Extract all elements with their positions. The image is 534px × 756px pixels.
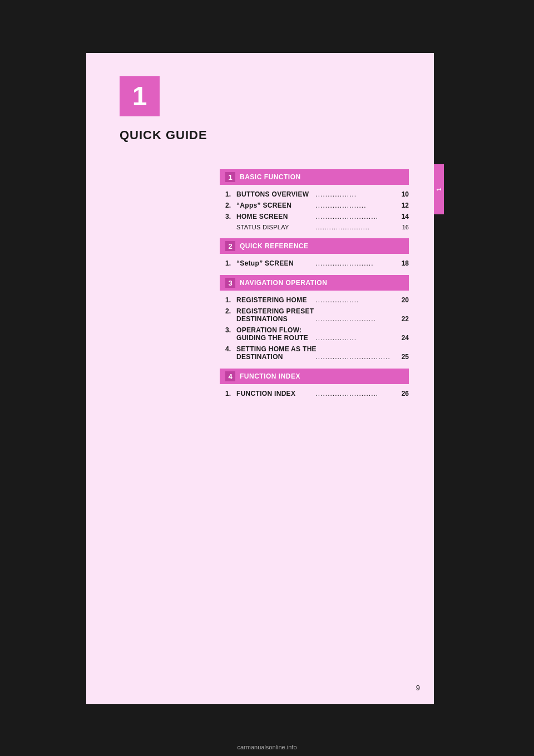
toc-item-1-3: 3. HOME SCREEN .........................… (220, 213, 409, 220)
toc-page: 20 (395, 296, 409, 304)
toc-item-1-2: 2. “Apps” SCREEN ..................... 1… (220, 202, 409, 209)
chapter-box: 1 (120, 76, 160, 116)
section-2-title: QUICK REFERENCE (240, 242, 309, 250)
page: 1 QUICK GUIDE 1 1 BASIC FUNCTION 1. BUTT… (86, 53, 434, 704)
section-3-number: 3 (225, 278, 235, 288)
section-4-number: 4 (225, 371, 235, 381)
toc-page: 25 (395, 353, 409, 361)
toc-dots: ..................... (315, 202, 395, 209)
page-number: 9 (416, 684, 420, 692)
toc-item-1-1: 1. BUTTONS OVERVIEW ................. 10 (220, 190, 409, 198)
toc-num: 4. (225, 345, 236, 353)
toc-item-3-2: 2. REGISTERING PRESET DESTINATIONS .....… (220, 307, 409, 323)
section-4-header: 4 FUNCTION INDEX (220, 369, 409, 384)
toc-text2: DESTINATIONS (236, 315, 315, 323)
right-tab-label: 1 (434, 164, 444, 214)
toc-item-4-1: 1. FUNCTION INDEX ......................… (220, 390, 409, 397)
toc-dots: ............................... (315, 353, 395, 361)
toc-page: 26 (395, 390, 409, 397)
toc-dots: ........................ (315, 224, 395, 230)
section-2-number: 2 (225, 241, 235, 251)
page-title: QUICK GUIDE (120, 128, 207, 143)
toc-num: 1. (225, 190, 236, 198)
toc-item-3-4: 4. SETTING HOME AS THE DESTINATION .....… (220, 345, 409, 361)
toc-item-3-3: 3. OPERATION FLOW: GUIDING THE ROUTE ...… (220, 326, 409, 342)
toc-text: REGISTERING HOME (236, 296, 315, 304)
section-3-header: 3 NAVIGATION OPERATION (220, 275, 409, 291)
toc-text: REGISTERING PRESET (236, 307, 409, 315)
toc-text: “Setup” SCREEN (236, 259, 315, 267)
section-1-header: 1 BASIC FUNCTION (220, 169, 409, 185)
section-1-number: 1 (225, 172, 235, 182)
toc-page: 22 (395, 315, 409, 323)
toc-dots: ......................... (315, 315, 395, 323)
toc-text: FUNCTION INDEX (236, 390, 315, 397)
chapter-number: 1 (120, 76, 160, 116)
toc-num: 3. (225, 213, 236, 220)
toc-dots: ........................ (315, 259, 395, 267)
content-area: 1 BASIC FUNCTION 1. BUTTONS OVERVIEW ...… (220, 161, 409, 401)
toc-text: “Apps” SCREEN (236, 202, 315, 209)
section-3-title: NAVIGATION OPERATION (240, 279, 327, 287)
watermark: carmanualsonline.info (237, 744, 296, 750)
toc-item-2-1: 1. “Setup” SCREEN ......................… (220, 259, 409, 267)
toc-dots: .......................... (315, 390, 395, 397)
toc-page: 24 (395, 334, 409, 342)
toc-dots: .......................... (315, 213, 395, 220)
toc-text: OPERATION FLOW: (236, 326, 409, 334)
toc-text: BUTTONS OVERVIEW (236, 190, 315, 198)
toc-text2: GUIDING THE ROUTE (236, 334, 315, 342)
toc-num: 3. (225, 326, 236, 334)
toc-sub-item-1-3-1: STATUS DISPLAY ........................ … (220, 224, 409, 230)
section-2-header: 2 QUICK REFERENCE (220, 238, 409, 254)
section-1-title: BASIC FUNCTION (240, 173, 301, 181)
toc-page: 12 (395, 202, 409, 209)
toc-dots: ................. (315, 190, 395, 198)
toc-sub-page: 16 (395, 224, 409, 230)
toc-dots: ................. (315, 334, 395, 342)
toc-page: 10 (395, 190, 409, 198)
right-tab: 1 (434, 164, 444, 214)
toc-item-3-1: 1. REGISTERING HOME .................. 2… (220, 296, 409, 304)
toc-text: HOME SCREEN (236, 213, 315, 220)
toc-num: 1. (225, 390, 236, 397)
toc-text: SETTING HOME AS THE (236, 345, 409, 353)
toc-page: 14 (395, 213, 409, 220)
toc-num: 1. (225, 259, 236, 267)
toc-num: 2. (225, 202, 236, 209)
toc-dots: .................. (315, 296, 395, 304)
section-4-title: FUNCTION INDEX (240, 372, 300, 380)
toc-num: 1. (225, 296, 236, 304)
toc-page: 18 (395, 259, 409, 267)
toc-sub-text: STATUS DISPLAY (236, 224, 315, 230)
toc-num: 2. (225, 307, 236, 315)
toc-text2: DESTINATION (236, 353, 315, 361)
